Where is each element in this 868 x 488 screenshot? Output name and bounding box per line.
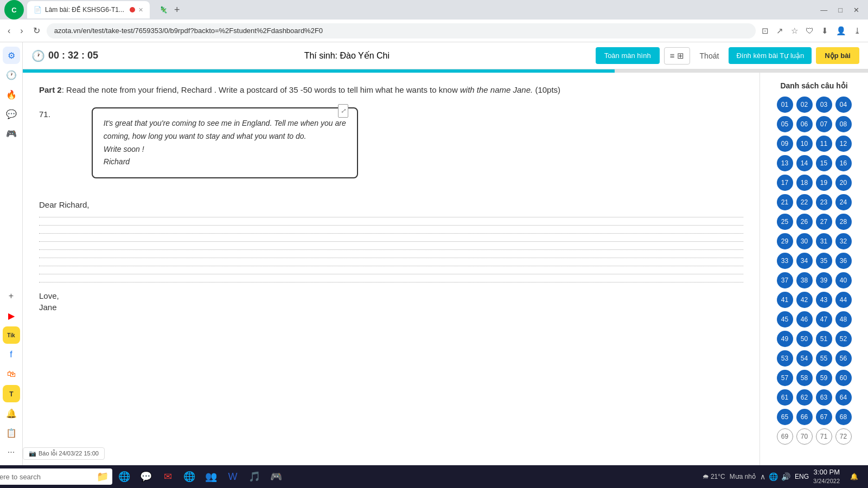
question-number-item[interactable]: 34: [796, 253, 813, 269]
question-number-item[interactable]: 08: [835, 116, 852, 132]
question-number-item[interactable]: 18: [796, 175, 813, 191]
question-number-item[interactable]: 09: [777, 136, 793, 152]
taskbar-search-button[interactable]: 🔍 Type here to search: [27, 467, 46, 486]
taskbar-notification-button[interactable]: 🔔: [844, 467, 864, 486]
question-number-item[interactable]: 07: [816, 116, 832, 132]
sidebar-app2-icon[interactable]: T: [3, 385, 20, 402]
screen-record-icon[interactable]: ⊡: [759, 24, 771, 38]
question-number-item[interactable]: 38: [796, 272, 813, 288]
share-icon[interactable]: ↗: [774, 24, 786, 38]
question-number-item[interactable]: 33: [777, 253, 793, 269]
reload-button[interactable]: ↻: [30, 23, 43, 38]
question-number-item[interactable]: 10: [796, 136, 813, 152]
sidebar-history-icon[interactable]: 🕐: [3, 66, 20, 84]
question-number-item[interactable]: 02: [796, 97, 813, 113]
taskbar-word-icon[interactable]: W: [223, 467, 242, 486]
question-number-item[interactable]: 12: [835, 136, 852, 152]
taskbar-chevron-icon[interactable]: ∧: [760, 472, 765, 481]
question-number-item[interactable]: 55: [816, 350, 832, 367]
sidebar-shopping-icon[interactable]: 🛍: [3, 365, 20, 383]
sidebar-youtube-icon[interactable]: ▶: [3, 307, 20, 324]
question-number-item[interactable]: 65: [777, 409, 793, 425]
inactive-tab[interactable]: 🦎 +: [153, 1, 190, 18]
question-number-item[interactable]: 58: [796, 370, 813, 386]
taskbar-teams-icon[interactable]: 👥: [201, 467, 221, 486]
question-number-item[interactable]: 37: [777, 272, 793, 288]
forward-button[interactable]: ›: [17, 24, 26, 38]
question-number-item[interactable]: 46: [796, 311, 813, 328]
submit-button[interactable]: Nộp bài: [816, 47, 859, 64]
download2-icon[interactable]: ⤓: [851, 24, 864, 38]
question-number-item[interactable]: 11: [816, 136, 832, 152]
question-number-item[interactable]: 14: [796, 155, 813, 171]
taskbar-edge-icon[interactable]: 🌐: [114, 467, 134, 486]
question-number-item[interactable]: 47: [816, 311, 832, 328]
question-number-item[interactable]: 24: [835, 194, 852, 210]
question-number-item[interactable]: 15: [816, 155, 832, 171]
tab-close-button[interactable]: ✕: [138, 7, 143, 14]
exit-button[interactable]: Thoát: [694, 47, 725, 65]
taskbar-tiktok-icon[interactable]: 🎵: [245, 467, 264, 486]
question-number-item[interactable]: 17: [777, 175, 793, 191]
taskbar-zalo-icon[interactable]: 💬: [136, 467, 156, 486]
question-number-item[interactable]: 27: [816, 214, 832, 230]
question-number-item[interactable]: 50: [796, 331, 813, 347]
question-number-item[interactable]: 59: [816, 370, 832, 386]
question-number-item[interactable]: 35: [816, 253, 832, 269]
question-number-item[interactable]: 41: [777, 292, 793, 308]
question-number-item[interactable]: 30: [796, 233, 813, 249]
taskbar-network-icon[interactable]: 🌐: [769, 472, 778, 481]
sidebar-flame-icon[interactable]: 🔥: [3, 86, 20, 103]
question-number-item[interactable]: 05: [777, 116, 793, 132]
maximize-button[interactable]: □: [834, 4, 847, 16]
question-number-item[interactable]: 19: [816, 175, 832, 191]
question-number-item[interactable]: 68: [835, 409, 852, 425]
question-number-item[interactable]: 31: [816, 233, 832, 249]
taskbar-chrome-icon[interactable]: 🌐: [180, 467, 199, 486]
question-number-item[interactable]: 25: [777, 214, 793, 230]
attach-button[interactable]: Đính kèm bài Tự luận: [729, 47, 812, 64]
back-button[interactable]: ‹: [4, 24, 14, 38]
question-number-item[interactable]: 48: [835, 311, 852, 328]
minimize-button[interactable]: —: [816, 4, 832, 16]
sidebar-list-icon[interactable]: 📋: [3, 424, 20, 441]
question-number-item[interactable]: 13: [777, 155, 793, 171]
question-number-item[interactable]: 52: [835, 331, 852, 347]
sidebar-facebook-icon[interactable]: f: [3, 346, 20, 363]
taskbar-taskview-icon[interactable]: ⧉: [71, 467, 91, 486]
question-number-item[interactable]: 63: [816, 389, 832, 406]
question-number-item[interactable]: 49: [777, 331, 793, 347]
question-number-item[interactable]: 53: [777, 350, 793, 367]
question-number-item[interactable]: 06: [796, 116, 813, 132]
question-number-item[interactable]: 64: [835, 389, 852, 406]
taskbar-mail-icon[interactable]: ✉: [158, 467, 177, 486]
question-number-item[interactable]: 03: [816, 97, 832, 113]
question-number-item[interactable]: 22: [796, 194, 813, 210]
taskbar-game-icon[interactable]: 🎮: [266, 467, 286, 486]
question-number-item[interactable]: 45: [777, 311, 793, 328]
question-number-item[interactable]: 72: [835, 428, 852, 445]
question-number-item[interactable]: 61: [777, 389, 793, 406]
active-tab[interactable]: 📄 Làm bài: ĐỀ KSHSG6-T1... ✕: [27, 1, 150, 18]
question-number-item[interactable]: 43: [816, 292, 832, 308]
question-number-item[interactable]: 28: [835, 214, 852, 230]
taskbar-volume-icon[interactable]: 🔊: [781, 472, 790, 481]
question-number-item[interactable]: 40: [835, 272, 852, 288]
sidebar-tiktok-icon[interactable]: Tik: [3, 326, 20, 344]
question-number-item[interactable]: 69: [777, 428, 793, 445]
question-number-item[interactable]: 44: [835, 292, 852, 308]
question-number-item[interactable]: 36: [835, 253, 852, 269]
question-number-item[interactable]: 16: [835, 155, 852, 171]
question-number-item[interactable]: 20: [835, 175, 852, 191]
question-number-item[interactable]: 01: [777, 97, 793, 113]
taskbar-cortana-icon[interactable]: ⊙: [49, 467, 69, 486]
question-number-item[interactable]: 39: [816, 272, 832, 288]
taskbar-explorer-icon[interactable]: 📁: [93, 467, 112, 486]
note-handle[interactable]: ⤢: [338, 104, 348, 118]
question-number-item[interactable]: 60: [835, 370, 852, 386]
url-input[interactable]: [47, 23, 756, 38]
sidebar-green-icon[interactable]: 🔔: [3, 404, 20, 422]
question-number-item[interactable]: 62: [796, 389, 813, 406]
question-number-item[interactable]: 71: [816, 428, 832, 445]
question-number-item[interactable]: 67: [816, 409, 832, 425]
